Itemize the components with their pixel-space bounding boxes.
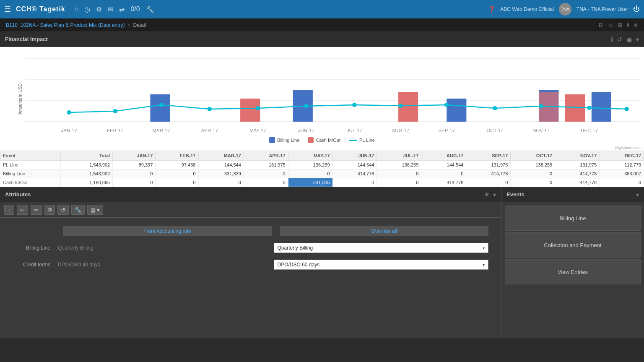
svg-text:NOV-17: NOV-17 (532, 128, 550, 133)
svg-rect-8 (150, 94, 170, 122)
collapse-icon[interactable]: ▾ (636, 36, 639, 43)
layout-icon[interactable]: ⊞ (618, 22, 623, 29)
main-content: Financial Impact ℹ ↺ ▦ ▾ Amounts in USD … (0, 32, 644, 362)
svg-rect-12 (592, 92, 611, 122)
close-icon[interactable]: ✕ (633, 22, 638, 29)
refresh-icon[interactable]: ↺ (617, 36, 622, 43)
home-icon[interactable]: ⌂ (75, 5, 79, 13)
events-header: Events ▾ (501, 187, 644, 202)
credit-terms-dropdown[interactable]: DPO/DSO 60 days ▾ (274, 260, 489, 270)
col-apr17: APR-17 (244, 151, 288, 161)
col-nov17: NOV-17 (555, 151, 600, 161)
collapse-attr-icon[interactable]: ▾ (493, 191, 496, 198)
attr-col-accounting: From Accounting rule (63, 226, 272, 236)
attributes-header-icons: 👁 ▾ (484, 191, 496, 198)
svg-text:OCT-17: OCT-17 (486, 128, 503, 133)
highlighted-cell[interactable]: 331,335 (288, 178, 332, 187)
event-view-entries-label: View Entries (558, 269, 588, 275)
help-icon[interactable]: ❓ (488, 6, 495, 13)
copy-button[interactable]: ⧉ (44, 205, 55, 215)
col-total: Total (60, 151, 112, 161)
monitor-icon[interactable]: 🖥 (598, 22, 604, 29)
svg-point-17 (67, 110, 71, 115)
event-view-entries[interactable]: View Entries (505, 259, 641, 284)
svg-text:DEC-17: DEC-17 (581, 128, 598, 133)
undo-button[interactable]: ↩ (17, 205, 28, 215)
event-collection-payment[interactable]: Collection and Payment (505, 232, 641, 258)
counter-label: 0/0 (130, 5, 140, 13)
svg-text:FEB-17: FEB-17 (107, 128, 123, 133)
event-pl-line: PL Line (0, 161, 61, 169)
col-feb17: FEB-17 (156, 151, 198, 161)
breadcrumb-actions: 🖥 ☆ ⊞ ℹ ✕ (598, 22, 638, 29)
gear-icon[interactable]: ⚙ (96, 5, 102, 13)
svg-text:SEP-17: SEP-17 (438, 128, 455, 133)
user-info: ABC Web Demo Official (500, 6, 554, 12)
legend-pl-line: PL Line (349, 137, 375, 143)
billing-line-dropdown[interactable]: Quarterly Billing ▾ (274, 243, 489, 253)
top-nav: ☰ CCH® Tagetik ⌂ ◷ ⚙ ✉ ⇌ 0/0 🔧 ❓ ABC Web… (0, 0, 644, 18)
collapse-events-icon[interactable]: ▾ (636, 191, 639, 198)
exchange-icon[interactable]: ⇌ (119, 5, 125, 13)
financial-impact-header: Financial Impact ℹ ↺ ▦ ▾ (0, 32, 644, 47)
wrench-icon[interactable]: 🔧 (146, 5, 154, 13)
svg-text:JUN-17: JUN-17 (298, 128, 314, 133)
attributes-content: From Accounting rule Override all Billin… (0, 218, 501, 338)
attr-col-override: Override all (280, 226, 489, 236)
credit-terms-value1: DPO/DSO 40 days (55, 260, 104, 269)
col-mar17: MAR-17 (198, 151, 244, 161)
col-jan17: JAN-17 (113, 151, 156, 161)
bottom-panels: Attributes 👁 ▾ + ↩ ✏ ⧉ ↺ 🔧 ▦ ▾ (0, 187, 644, 338)
col-override-header[interactable]: Override all (280, 226, 489, 236)
user-name: TNA - TNA Power User (576, 6, 628, 12)
financial-impact-title: Financial Impact (5, 36, 48, 42)
credit-terms-label: Credit terms (13, 262, 50, 268)
svg-point-25 (444, 103, 449, 107)
svg-point-27 (539, 104, 543, 108)
avatar: TNA (559, 3, 571, 16)
y-axis-label: Amounts in USD (18, 83, 23, 115)
breadcrumb-link[interactable]: B110_102NA - Sales Plan & Product Mix (D… (6, 22, 125, 28)
add-button[interactable]: + (4, 205, 14, 215)
event-billing-line: Billing Line (0, 169, 61, 178)
col-dec17: DEC-17 (600, 151, 644, 161)
svg-text:APR-17: APR-17 (201, 128, 218, 133)
tools-button[interactable]: 🔧 (71, 205, 85, 215)
event-cash-inout: Cash In/Out (0, 178, 61, 187)
svg-point-22 (304, 104, 308, 108)
events-content: Billing Line Collection and Payment View… (501, 202, 644, 338)
power-icon[interactable]: ⏻ (633, 5, 640, 13)
view-icon[interactable]: ▦ (626, 36, 632, 43)
attributes-header: Attributes 👁 ▾ (0, 187, 501, 202)
svg-point-23 (352, 103, 356, 107)
clock-icon[interactable]: ◷ (84, 5, 90, 13)
edit-button[interactable]: ✏ (31, 205, 42, 215)
billing-line-value1: Quarterly Billing (55, 244, 97, 252)
info-icon[interactable]: ℹ (627, 22, 629, 29)
nav-icons: ⌂ ◷ ⚙ ✉ ⇌ 0/0 🔧 (75, 5, 154, 13)
star-icon[interactable]: ☆ (608, 22, 613, 29)
info-circle-icon[interactable]: ℹ (611, 36, 613, 43)
chart-area: Amounts in USD 0 200,000 400,000 600,000 (0, 47, 644, 151)
col-may17: MAY-17 (288, 151, 332, 161)
svg-text:AUG-17: AUG-17 (392, 128, 410, 133)
svg-point-29 (624, 107, 628, 111)
attributes-columns: From Accounting rule Override all (13, 226, 488, 236)
grid-button[interactable]: ▦ ▾ (87, 205, 104, 215)
billing-line-label: Billing Line (13, 245, 50, 251)
svg-text:JUL-17: JUL-17 (347, 128, 362, 133)
event-billing-line[interactable]: Billing Line (505, 206, 641, 231)
chart-legend: Billing Line Cash In/Out PL Line (0, 135, 644, 146)
mail-icon[interactable]: ✉ (108, 5, 113, 13)
hamburger-icon[interactable]: ☰ (4, 5, 11, 14)
app-logo: CCH® Tagetik (16, 5, 65, 13)
eye-icon[interactable]: 👁 (484, 191, 490, 198)
credit-terms-dropdown-value: DPO/DSO 60 days (278, 262, 320, 268)
svg-text:JAN-17: JAN-17 (61, 128, 77, 133)
col-oct17: OCT-17 (511, 151, 555, 161)
data-table-container: Event Total JAN-17 FEB-17 MAR-17 APR-17 … (0, 151, 644, 187)
col-accounting-header[interactable]: From Accounting rule (63, 226, 272, 236)
refresh-attr-button[interactable]: ↺ (57, 205, 69, 215)
col-aug17: AUG-17 (421, 151, 466, 161)
credit-terms-row: Credit terms DPO/DSO 40 days DPO/DSO 60 … (13, 260, 488, 270)
